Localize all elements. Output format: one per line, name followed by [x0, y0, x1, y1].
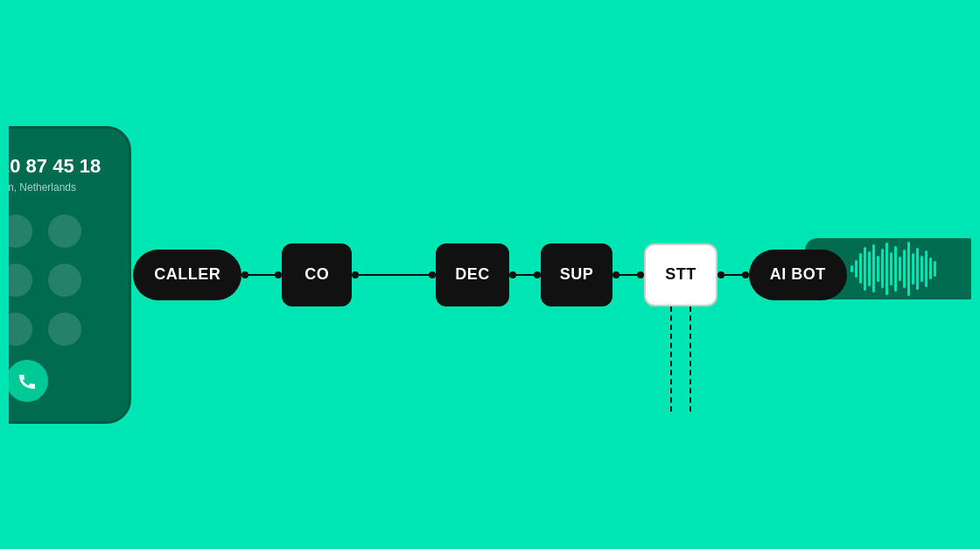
dot	[534, 271, 541, 278]
phone-mockup: 20 87 45 18 am, Netherlands	[9, 126, 131, 424]
wave-bar	[907, 242, 910, 296]
connector	[509, 273, 541, 277]
wave-bar	[899, 257, 901, 281]
node-co: CO	[282, 243, 352, 306]
keypad-dot	[9, 215, 32, 248]
dot	[637, 271, 644, 278]
line	[620, 274, 637, 276]
dot	[352, 271, 359, 278]
wave-bar	[881, 249, 884, 288]
line	[359, 274, 429, 276]
connector	[612, 273, 644, 277]
dot	[742, 271, 749, 278]
phone-keypad	[9, 215, 122, 346]
wave-bar	[859, 253, 862, 284]
wave-bar	[868, 251, 871, 286]
keypad-dot	[48, 215, 81, 248]
wave-bar	[872, 244, 875, 292]
wave-bar	[934, 261, 936, 277]
line	[724, 274, 742, 276]
connector	[352, 273, 436, 277]
line	[516, 274, 534, 276]
node-caller: CALLER	[133, 250, 242, 300]
keypad-dot	[9, 313, 32, 346]
connector	[242, 273, 282, 277]
node-stt: STT	[644, 243, 718, 306]
wave-bar	[916, 248, 919, 290]
node-sup: SUP	[541, 243, 613, 306]
wave-bar	[903, 250, 906, 288]
wave-bar	[925, 250, 928, 287]
waveform	[850, 242, 968, 296]
wave-bar	[912, 253, 914, 285]
pipeline-flow: CALLER CO DEC SUP	[133, 243, 847, 306]
call-button[interactable]	[9, 360, 48, 402]
keypad-dot	[48, 313, 81, 346]
wave-bar	[850, 265, 853, 272]
dashed-line-right	[690, 306, 691, 412]
dot	[275, 271, 282, 278]
keypad-dot	[9, 264, 32, 297]
keypad-dot	[48, 264, 81, 297]
wave-bar	[894, 246, 897, 292]
dot	[509, 271, 516, 278]
wave-bar	[890, 252, 892, 285]
dot	[718, 271, 724, 278]
dashed-lines	[670, 306, 691, 412]
connector	[718, 273, 749, 277]
line	[248, 274, 275, 276]
dot	[612, 271, 620, 278]
wave-bar	[929, 257, 932, 279]
wave-bar	[864, 247, 866, 291]
wave-bar	[877, 256, 879, 282]
node-aibot: AI BOT	[749, 250, 847, 300]
phone-location: am, Netherlands	[9, 181, 76, 194]
main-container: 20 87 45 18 am, Netherlands CALLER	[9, 9, 971, 540]
dot	[429, 271, 436, 278]
wave-bar	[886, 243, 888, 295]
phone-number: 20 87 45 18	[9, 155, 101, 178]
node-dec: DEC	[436, 243, 509, 306]
wave-bar	[920, 256, 923, 282]
wave-bar	[855, 260, 858, 278]
stt-wrapper: STT	[644, 243, 718, 306]
dot	[242, 271, 248, 278]
dashed-line-left	[670, 306, 672, 412]
